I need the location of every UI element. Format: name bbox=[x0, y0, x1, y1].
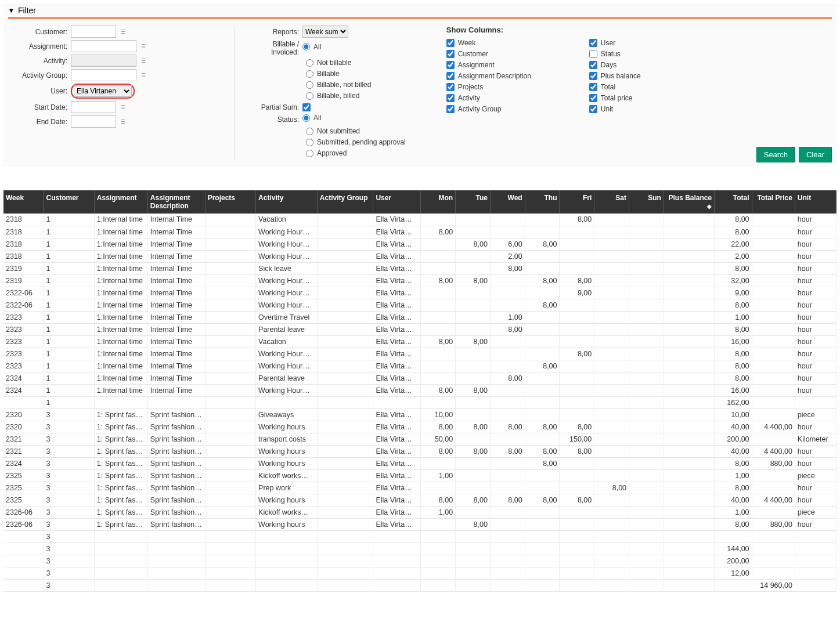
col-header-total-price[interactable]: Total Price bbox=[752, 190, 795, 214]
column-checkbox[interactable] bbox=[446, 72, 455, 80]
col-header-total[interactable]: Total bbox=[715, 190, 752, 214]
column-checkbox[interactable] bbox=[446, 94, 455, 102]
table-row[interactable]: 2322-0611:Internal timeInternal TimeWork… bbox=[3, 299, 837, 311]
customer-input[interactable] bbox=[71, 26, 116, 38]
col-header-activity[interactable]: Activity bbox=[256, 190, 318, 214]
table-row[interactable]: 2326-0631: Sprint fashi…Sprint fashion …… bbox=[3, 506, 837, 518]
table-row[interactable]: 232531: Sprint fashi…Sprint fashion …Wor… bbox=[3, 494, 837, 506]
filter-toggle[interactable]: ▼ Filter bbox=[8, 6, 832, 19]
table-row[interactable]: 2322-0611:Internal timeInternal TimeWork… bbox=[3, 287, 837, 299]
assignment-input[interactable] bbox=[71, 40, 136, 52]
billable-radio-input[interactable] bbox=[306, 81, 313, 89]
column-checkbox[interactable] bbox=[589, 83, 597, 91]
cell-week: 2323 bbox=[3, 335, 44, 348]
column-checkbox[interactable] bbox=[589, 72, 597, 80]
search-button[interactable]: Search bbox=[756, 147, 795, 162]
column-checkbox[interactable] bbox=[589, 94, 597, 102]
column-checkbox[interactable] bbox=[446, 50, 455, 58]
assignment-picker-icon[interactable] bbox=[139, 42, 148, 51]
start-date-input[interactable] bbox=[71, 101, 116, 113]
cell-wed bbox=[490, 299, 525, 311]
col-header-thu[interactable]: Thu bbox=[525, 190, 560, 214]
table-row[interactable]: 232311:Internal timeInternal TimeWorking… bbox=[3, 360, 837, 372]
col-header-assignment-description[interactable]: Assignment Description bbox=[147, 190, 205, 214]
cell-grp bbox=[317, 262, 373, 274]
cell-sun bbox=[629, 518, 664, 530]
col-header-week[interactable]: Week bbox=[3, 190, 44, 214]
table-row[interactable]: 232431: Sprint fashi…Sprint fashion …Wor… bbox=[3, 457, 837, 469]
table-row[interactable]: 3200,00 bbox=[3, 555, 837, 567]
billable-radio-input[interactable] bbox=[306, 59, 313, 67]
status-radio-input[interactable] bbox=[306, 150, 313, 157]
table-row[interactable]: 232131: Sprint fashi…Sprint fashion …tra… bbox=[3, 433, 837, 445]
billable-radio-input[interactable] bbox=[302, 43, 310, 50]
billable-radio-input[interactable] bbox=[306, 70, 313, 78]
activity-group-picker-icon[interactable] bbox=[139, 71, 148, 80]
column-checkbox[interactable] bbox=[446, 61, 455, 69]
start-date-picker-icon[interactable] bbox=[118, 103, 128, 112]
col-header-mon[interactable]: Mon bbox=[421, 190, 456, 214]
cell-unit: hour bbox=[795, 457, 836, 469]
col-header-customer[interactable]: Customer bbox=[44, 190, 94, 214]
billable-radio-input[interactable] bbox=[306, 92, 313, 100]
clear-button[interactable]: Clear bbox=[799, 147, 832, 162]
table-row[interactable]: 232531: Sprint fashi…Sprint fashion …Pre… bbox=[3, 482, 837, 494]
table-row[interactable]: 3144,00 bbox=[3, 543, 837, 555]
customer-picker-icon[interactable] bbox=[118, 27, 128, 37]
status-radio-input[interactable] bbox=[306, 128, 313, 135]
col-header-sat[interactable]: Sat bbox=[594, 190, 629, 214]
reports-select[interactable]: Week sum bbox=[302, 26, 348, 38]
end-date-picker-icon[interactable] bbox=[118, 117, 128, 126]
table-row[interactable]: 231811:Internal timeInternal TimeWorking… bbox=[3, 250, 837, 262]
user-select[interactable]: Ella Virtanen bbox=[74, 85, 132, 97]
col-header-fri[interactable]: Fri bbox=[560, 190, 594, 214]
column-checkbox[interactable] bbox=[446, 39, 455, 47]
filter-col-1: Customer: Assignment: Activity: Activity… bbox=[8, 26, 206, 130]
table-row[interactable]: 3 bbox=[3, 530, 837, 543]
column-checkbox[interactable] bbox=[446, 83, 455, 91]
col-header-wed[interactable]: Wed bbox=[490, 190, 525, 214]
table-row[interactable]: 232311:Internal timeInternal TimeWorking… bbox=[3, 348, 837, 360]
status-radio-input[interactable] bbox=[306, 139, 313, 146]
table-row[interactable]: 232531: Sprint fashi…Sprint fashion …Kic… bbox=[3, 469, 837, 482]
table-row[interactable]: 232411:Internal timeInternal TimeWorking… bbox=[3, 384, 837, 396]
col-header-user[interactable]: User bbox=[373, 190, 421, 214]
table-row[interactable]: 231911:Internal timeInternal TimeSick le… bbox=[3, 262, 837, 274]
table-row[interactable]: 231811:Internal timeInternal TimeWorking… bbox=[3, 226, 837, 238]
activity-group-input[interactable] bbox=[71, 69, 136, 81]
cell-unit: hour bbox=[795, 287, 836, 299]
table-row[interactable]: 232031: Sprint fashi…Sprint fashion …Wor… bbox=[3, 421, 837, 433]
table-row[interactable]: 231811:Internal timeInternal TimeVacatio… bbox=[3, 214, 837, 226]
col-header-sun[interactable]: Sun bbox=[629, 190, 664, 214]
table-row[interactable]: 232031: Sprint fashi…Sprint fashion …Giv… bbox=[3, 408, 837, 421]
end-date-input[interactable] bbox=[71, 115, 116, 128]
table-row[interactable]: 312,00 bbox=[3, 567, 837, 579]
col-header-projects[interactable]: Projects bbox=[205, 190, 255, 214]
table-row[interactable]: 231911:Internal timeInternal TimeWorking… bbox=[3, 274, 837, 287]
column-checkbox[interactable] bbox=[589, 39, 597, 47]
column-checkbox[interactable] bbox=[589, 50, 597, 58]
table-row[interactable]: 232311:Internal timeInternal TimeVacatio… bbox=[3, 335, 837, 348]
cell-grp bbox=[317, 555, 373, 567]
col-header-tue[interactable]: Tue bbox=[456, 190, 491, 214]
col-header-unit[interactable]: Unit bbox=[795, 190, 836, 214]
status-radio-input[interactable] bbox=[302, 114, 310, 122]
col-header-activity-group[interactable]: Activity Group bbox=[317, 190, 373, 214]
partial-sum-checkbox[interactable] bbox=[302, 103, 311, 111]
table-row[interactable]: 232411:Internal timeInternal TimeParenta… bbox=[3, 372, 837, 384]
column-checkbox[interactable] bbox=[589, 61, 597, 69]
table-row[interactable]: 232131: Sprint fashi…Sprint fashion …Wor… bbox=[3, 445, 837, 457]
col-header-plus-balance[interactable]: Plus Balance◈ bbox=[664, 190, 714, 214]
column-checkbox[interactable] bbox=[589, 105, 597, 113]
table-row[interactable]: 314 960,00 bbox=[3, 579, 837, 591]
activity-picker-icon[interactable] bbox=[139, 56, 148, 66]
table-row[interactable]: 231811:Internal timeInternal TimeWorking… bbox=[3, 238, 837, 250]
table-row[interactable]: 232311:Internal timeInternal TimeParenta… bbox=[3, 323, 837, 335]
cell-wed bbox=[490, 433, 525, 445]
table-row[interactable]: 2326-0631: Sprint fashi…Sprint fashion …… bbox=[3, 518, 837, 530]
table-row[interactable]: 232311:Internal timeInternal TimeOvertim… bbox=[3, 311, 837, 323]
cell-thu bbox=[525, 348, 560, 360]
col-header-assignment[interactable]: Assignment bbox=[94, 190, 147, 214]
column-checkbox[interactable] bbox=[446, 105, 455, 113]
table-row[interactable]: 1162,00 bbox=[3, 396, 837, 408]
